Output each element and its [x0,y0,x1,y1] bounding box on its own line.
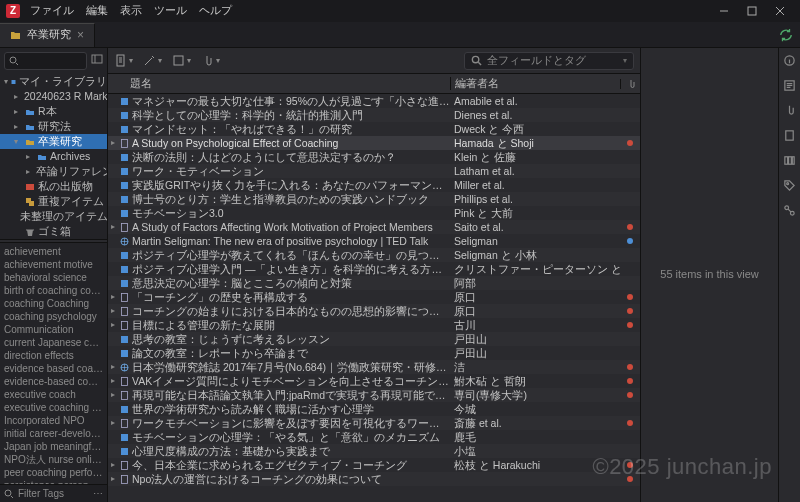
collection-item[interactable]: ▸20240623 R Markdow… [0,89,107,104]
related-icon[interactable] [783,204,796,217]
item-row[interactable]: ▸日本労働研究雑誌 2017年7月号(No.684)｜労働政策研究・研修機構（J… [108,360,640,374]
tag-item[interactable]: coaching Coaching [4,297,103,310]
item-row[interactable]: ▸コーチングの始まりにおける日本的なものの思想的影響についての考察原口 [108,304,640,318]
item-row[interactable]: ポジティブ心理学入門 ―「よい生き方」を科学的に考える方法―【スマホ・読上】クリ… [108,262,640,276]
collection-item[interactable]: ゴミ箱 [0,224,107,239]
twisty-icon[interactable]: ▸ [108,222,118,232]
item-row[interactable]: ▸「コーチング」の歴史を再構成する原口 [108,290,640,304]
tag-item[interactable]: coaching psychology [4,310,103,323]
abstract-icon[interactable] [783,79,796,92]
twisty-icon[interactable]: ▸ [108,390,118,400]
tag-selector[interactable]: achievementachievement motivebehavioral … [0,243,107,484]
collection-item[interactable]: 未整理のアイテム [0,209,107,224]
tag-item[interactable]: evidence based coaching study [4,362,103,375]
attachments-icon[interactable] [783,104,796,117]
items-list[interactable]: マネジャーの最も大切な仕事：95%の人が見過ごす「小さな進捗」の力Amabile… [108,94,640,502]
item-row[interactable]: マネジャーの最も大切な仕事：95%の人が見過ごす「小さな進捗」の力Amabile… [108,94,640,108]
item-row[interactable]: 実践版GRITやり抜く力を手に入れる：あなたのパフォーマンスを最大限に引き出す科… [108,178,640,192]
item-row[interactable]: Martin Seligman: The new era of positive… [108,234,640,248]
twisty-icon[interactable]: ▾ [4,77,8,87]
twisty-icon[interactable]: ▸ [108,376,118,386]
item-row[interactable]: モチベーション3.0Pink と 大前 [108,206,640,220]
close-button[interactable] [766,0,794,22]
item-row[interactable]: ▸再現可能な日本語論文執筆入門:jpaRmdで実現する再現可能で低コストな日本語… [108,388,640,402]
twisty-icon[interactable]: ▸ [108,320,118,330]
twisty-icon[interactable]: ▸ [108,460,118,470]
library-root[interactable]: ▾ マイ・ライブラリ [0,74,107,89]
menu-edit[interactable]: 編集 [86,4,108,17]
collection-item[interactable]: 重複アイテム [0,194,107,209]
collection-item[interactable]: ▸R本 [0,104,107,119]
tag-item[interactable]: initial career-development pe… [4,427,103,440]
twisty-icon[interactable]: ▸ [14,107,22,117]
item-row[interactable]: ▸今、日本企業に求められるエグゼクティブ・コーチング松枝 と Harakuchi [108,458,640,472]
column-title[interactable]: 題名 [126,77,450,90]
item-row[interactable]: 世界の学術研究から読み解く職場に活かす心理学今城 [108,402,640,416]
column-author[interactable]: 編著者名 [450,77,620,90]
twisty-icon[interactable]: ▸ [108,292,118,302]
collection-search[interactable] [4,52,87,70]
tag-item[interactable]: evidence-based coaching study [4,375,103,388]
libraries-icon[interactable] [783,154,796,167]
item-row[interactable]: 科学としての心理学：科学的・統計的推測入門Dienes et al. [108,108,640,122]
item-row[interactable]: ▸目標による管理の新たな展開古川 [108,318,640,332]
tag-item[interactable]: executive coaching grit history [4,401,103,414]
tags-icon[interactable] [783,179,796,192]
item-row[interactable]: 決断の法則：人はどのようにして意思決定するのか？Klein と 佐藤 [108,150,640,164]
item-row[interactable]: ▸ワークモチベーションに影響を及ぼす要因を可視化するワークショップの開発斎藤 e… [108,416,640,430]
collection-item[interactable]: ▸卒論リファレンス [0,164,107,179]
tag-item[interactable]: achievement motive [4,258,103,271]
add-attachment-button[interactable]: ▾ [201,54,220,67]
twisty-icon[interactable]: ▸ [108,138,118,148]
notes-icon[interactable] [783,129,796,142]
item-row[interactable]: ▸A Study of Factors Affecting Work Motiv… [108,220,640,234]
twisty-icon[interactable]: ▸ [14,122,22,132]
twisty-icon[interactable]: ▸ [108,362,118,372]
item-row[interactable]: 心理尺度構成の方法：基礎から実践まで小塩 [108,444,640,458]
item-row[interactable]: ▸VAKイメージ質問によりモチベーションを向上させるコーチング対話システム鮒木砧… [108,374,640,388]
item-row[interactable]: ポジティブ心理学が教えてくれる「ほんものの幸せ」の見つけ方：とっておきの強みを生… [108,248,640,262]
maximize-button[interactable] [738,0,766,22]
item-row[interactable]: 論文の教室：レポートから卒論まで戸田山 [108,346,640,360]
item-row[interactable]: マインドセット：「やればできる！」の研究Dweck と 今西 [108,122,640,136]
sync-button[interactable] [772,28,800,42]
collection-item[interactable]: ▸研究法 [0,119,107,134]
tag-item[interactable]: Incorporated NPO [4,414,103,427]
tag-item[interactable]: behavioral science [4,271,103,284]
search-dropdown-icon[interactable]: ▾ [623,56,627,66]
tag-filter-bar[interactable]: Filter Tags ⋯ [0,484,107,502]
twisty-icon[interactable]: ▸ [108,418,118,428]
collection-item[interactable]: ▸Archives [0,149,107,164]
column-attachment[interactable] [620,79,640,89]
tab-active[interactable]: 卒業研究 × [0,23,95,47]
new-item-button[interactable]: ▾ [114,54,133,67]
item-row[interactable]: モチベーションの心理学：「やる気」と「意欲」のメカニズム鹿毛 [108,430,640,444]
item-row[interactable]: ▸Npo法人の運営におけるコーチングの効果について [108,472,640,486]
collection-item[interactable]: ▾卒業研究 [0,134,107,149]
tag-item[interactable]: executive coach [4,388,103,401]
tag-item[interactable]: birth of coaching coach [4,284,103,297]
menu-tools[interactable]: ツール [154,4,187,17]
tag-item[interactable]: achievement [4,245,103,258]
item-row[interactable]: ▸A Study on Psychological Effect of Coac… [108,136,640,150]
tag-item[interactable]: Communication [4,323,103,336]
item-row[interactable]: 思考の教室：じょうずに考えるレッスン戸田山 [108,332,640,346]
item-row[interactable]: 意思決定の心理学：脳とこころの傾向と対策阿部 [108,276,640,290]
tag-item[interactable]: peer coaching performance [4,466,103,479]
twisty-icon[interactable]: ▸ [108,474,118,484]
add-by-identifier-button[interactable]: ▾ [143,54,162,67]
collapse-panel-button[interactable] [91,53,103,68]
twisty-icon[interactable]: ▸ [14,92,18,102]
twisty-icon[interactable]: ▸ [26,152,34,162]
item-row[interactable]: ワーク・モティベーションLatham et al. [108,164,640,178]
twisty-icon[interactable]: ▸ [26,167,30,177]
twisty-icon[interactable]: ▾ [14,137,22,147]
tag-item[interactable]: Japan job meaningfulness [4,440,103,453]
info-icon[interactable] [783,54,796,67]
filter-menu-icon[interactable]: ⋯ [93,488,103,500]
tag-item[interactable]: NPO法人 nurse online survey [4,453,103,466]
menu-view[interactable]: 表示 [120,4,142,17]
menu-file[interactable]: ファイル [30,4,74,17]
item-row[interactable]: 博士号のとり方：学生と指導教員のための実践ハンドブックPhillips et a… [108,192,640,206]
new-note-button[interactable]: ▾ [172,54,191,67]
